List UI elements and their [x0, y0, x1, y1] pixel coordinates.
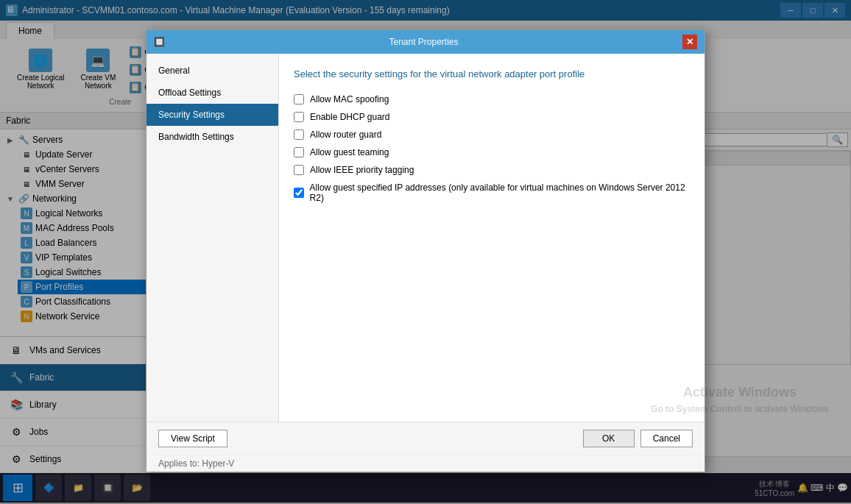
ok-button[interactable]: OK	[583, 430, 635, 447]
cancel-label: Cancel	[653, 433, 680, 444]
modal-nav-general[interactable]: General	[146, 60, 278, 82]
modal-nav-bandwidth[interactable]: Bandwidth Settings	[146, 126, 278, 148]
modal-nav-offload-label: Offload Settings	[158, 88, 221, 98]
guest-teaming-label: Allow guest teaming	[310, 147, 389, 157]
ieee-priority-checkbox[interactable]	[294, 165, 304, 175]
mac-spoofing-checkbox[interactable]	[294, 94, 304, 104]
checkbox-guest-teaming: Allow guest teaming	[294, 147, 690, 157]
modal-close-button[interactable]: ✕	[682, 35, 697, 49]
modal-title: Tenant Properties	[389, 37, 458, 47]
modal-footer: View Script OK Cancel	[146, 422, 705, 455]
dhcp-guard-label: Enable DHCP guard	[310, 112, 390, 122]
view-script-button[interactable]: View Script	[158, 430, 227, 447]
guest-ip-checkbox[interactable]	[294, 188, 304, 198]
modal-icon: 🔲	[154, 37, 165, 47]
checkbox-mac-spoofing: Allow MAC spoofing	[294, 94, 690, 104]
modal-sidebar-nav: General Offload Settings Security Settin…	[146, 54, 279, 422]
checkbox-guest-ip: Allow guest specified IP addresses (only…	[294, 182, 690, 203]
guest-teaming-checkbox[interactable]	[294, 147, 304, 157]
modal-nav-offload[interactable]: Offload Settings	[146, 82, 278, 104]
router-guard-label: Allow router guard	[310, 129, 381, 140]
checkbox-dhcp-guard: Enable DHCP guard	[294, 112, 690, 122]
mac-spoofing-label: Allow MAC spoofing	[310, 94, 389, 104]
activate-windows-watermark: Activate Windows Go to System Control to…	[651, 385, 829, 416]
modal-title-bar: 🔲 Tenant Properties ✕	[146, 30, 705, 54]
checkbox-ieee-priority: Allow IEEE priority tagging	[294, 165, 690, 175]
tenant-properties-modal: 🔲 Tenant Properties ✕ General Offload Se…	[146, 29, 705, 472]
applies-to-text: Applies to: Hyper-V	[158, 458, 234, 469]
modal-nav-bandwidth-label: Bandwidth Settings	[158, 132, 234, 142]
ok-label: OK	[602, 433, 615, 444]
dhcp-guard-checkbox[interactable]	[294, 112, 304, 122]
checkbox-router-guard: Allow router guard	[294, 129, 690, 140]
modal-overlay: 🔲 Tenant Properties ✕ General Offload Se…	[0, 0, 851, 504]
router-guard-checkbox[interactable]	[294, 129, 304, 140]
cancel-button[interactable]: Cancel	[640, 430, 693, 447]
modal-nav-security[interactable]: Security Settings	[146, 104, 278, 126]
modal-nav-general-label: General	[158, 65, 190, 76]
ieee-priority-label: Allow IEEE priority tagging	[310, 165, 414, 175]
applies-to-bar: Applies to: Hyper-V	[146, 455, 705, 472]
modal-footer-right: OK Cancel	[583, 430, 693, 447]
view-script-label: View Script	[171, 433, 215, 444]
modal-footer-left: View Script	[158, 430, 227, 447]
modal-nav-security-label: Security Settings	[158, 110, 225, 120]
guest-ip-label: Allow guest specified IP addresses (only…	[310, 182, 690, 203]
modal-body: General Offload Settings Security Settin…	[146, 54, 705, 422]
security-heading: Select the security settings for the vir…	[294, 68, 690, 79]
modal-content-security: Select the security settings for the vir…	[279, 54, 705, 422]
